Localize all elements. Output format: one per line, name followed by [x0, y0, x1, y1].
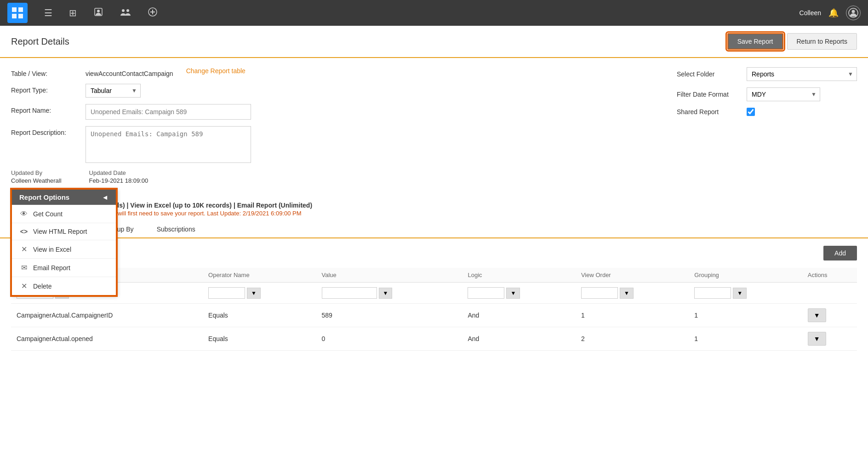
row-expand-button[interactable]: ▼ [808, 332, 826, 346]
top-nav: ☰ ⊞ Colleen 🔔 [0, 0, 868, 26]
view-html-item[interactable]: <> View HTML Report [12, 223, 116, 240]
return-to-reports-button[interactable]: Return to Reports [787, 33, 857, 50]
svg-rect-2 [12, 14, 17, 18]
grouping-filter-input[interactable] [694, 287, 731, 299]
report-options-chevron: ◄ [102, 193, 108, 201]
email-report-item[interactable]: ✉ Email Report [12, 258, 116, 277]
report-options-dropdown: Report Options ◄ 👁 Get Count <> View HTM… [11, 189, 117, 296]
cell-logic: And [462, 304, 575, 327]
report-name-input[interactable] [86, 104, 251, 120]
select-folder-label: Select Folder [677, 70, 741, 78]
operator-filter-dropdown-btn[interactable]: ▼ [247, 288, 261, 299]
value-filter-dropdown-btn[interactable]: ▼ [379, 288, 393, 299]
group-icon[interactable] [116, 5, 135, 21]
app-logo[interactable] [7, 3, 28, 23]
form-two-col: Table / View: viewAccountContactCampaign… [11, 67, 857, 189]
cell-grouping: 1 [689, 304, 802, 327]
view-order-filter-cell: ▼ [581, 287, 683, 299]
cell-grouping: 1 [689, 327, 802, 351]
view-order-filter-input[interactable] [581, 287, 618, 299]
notice-bold: View HTML Report (up to 2K records) | Vi… [11, 202, 857, 209]
user-avatar[interactable] [846, 6, 861, 20]
updated-by-col: Updated By Colleen Weatherall [11, 169, 62, 184]
select-folder-dropdown-wrap: Reports ▼ [747, 67, 857, 81]
save-report-button[interactable]: Save Report [727, 33, 783, 50]
col-header-grouping: Grouping [689, 268, 802, 283]
report-name-label: Report Name: [11, 104, 80, 114]
view-order-filter-dropdown-btn[interactable]: ▼ [620, 288, 634, 299]
shared-report-label: Shared Report [677, 108, 741, 116]
updated-date-label: Updated Date [89, 169, 148, 176]
svg-rect-3 [18, 14, 23, 18]
logic-filter-input[interactable] [468, 287, 504, 299]
filters-header: Filters Add [11, 246, 857, 260]
report-desc-label: Report Description: [11, 126, 80, 136]
view-excel-item[interactable]: ✕ View in Excel [12, 240, 116, 258]
tab-subscriptions[interactable]: Subscriptions [145, 220, 207, 237]
filters-tbody: CampaignerActual.CampaignerID Equals 589… [11, 304, 857, 351]
get-count-label: Get Count [33, 210, 63, 218]
report-name-row: Report Name: [11, 104, 649, 120]
main-content: Report Details Save Report Return to Rep… [0, 26, 868, 463]
filter-date-row: Filter Date Format MDY ▼ [677, 87, 857, 101]
report-type-select[interactable]: Tabular [86, 84, 141, 98]
cell-operator: Equals [203, 327, 316, 351]
change-report-table-link[interactable]: Change Report table [186, 67, 246, 75]
report-type-label: Report Type: [11, 84, 80, 94]
delete-icon: ✕ [19, 282, 29, 290]
notice-area: View HTML Report (up to 2K records) | Vi… [0, 202, 868, 217]
cell-column-name: CampaignerActual.opened [11, 327, 203, 351]
report-options-title: Report Options [19, 193, 69, 201]
add-filter-button[interactable]: Add [823, 246, 857, 260]
hamburger-icon[interactable]: ☰ [40, 6, 56, 20]
grouping-filter-cell: ▼ [694, 287, 796, 299]
email-report-label: Email Report [33, 264, 70, 272]
notification-icon[interactable]: 🔔 [828, 8, 839, 18]
col-header-operator: Operator Name [203, 268, 316, 283]
col-header-view-order: View Order [576, 268, 689, 283]
col-header-logic: Logic [462, 268, 575, 283]
contact-icon[interactable] [90, 5, 107, 21]
row-expand-button[interactable]: ▼ [808, 308, 826, 322]
excel-icon: ✕ [19, 245, 29, 254]
form-area: Table / View: viewAccountContactCampaign… [0, 58, 868, 202]
cell-actions: ▼ [802, 327, 857, 351]
header-actions: Save Report Return to Reports [727, 33, 857, 50]
select-folder-select[interactable]: Reports [747, 67, 857, 81]
table-header-row: Column Name Operator Name Value Logic Vi… [11, 268, 857, 283]
cell-logic: And [462, 327, 575, 351]
page-header: Report Details Save Report Return to Rep… [0, 26, 868, 58]
updated-by-value: Colleen Weatherall [11, 177, 62, 184]
table-row: CampaignerActual.CampaignerID Equals 589… [11, 304, 857, 327]
report-type-row: Report Type: Tabular ▼ [11, 84, 649, 98]
email-icon: ✉ [19, 263, 29, 272]
value-filter-input[interactable] [322, 287, 377, 299]
eye-icon: 👁 [19, 210, 29, 218]
grouping-filter-dropdown-btn[interactable]: ▼ [733, 288, 747, 299]
form-col-left: Table / View: viewAccountContactCampaign… [11, 67, 649, 189]
notice-warning: In order to see your latest changes, you… [11, 210, 857, 217]
grid-icon[interactable]: ⊞ [65, 6, 80, 20]
get-count-item[interactable]: 👁 Get Count [12, 205, 116, 223]
delete-item[interactable]: ✕ Delete [12, 277, 116, 295]
table-view-label: Table / View: [11, 67, 80, 77]
svg-point-7 [126, 9, 129, 12]
svg-rect-0 [12, 7, 17, 12]
table-row: CampaignerActual.opened Equals 0 And 2 1… [11, 327, 857, 351]
report-desc-row: Report Description: [11, 126, 649, 163]
col-header-actions: Actions [802, 268, 857, 283]
logic-filter-cell: ▼ [468, 287, 570, 299]
select-folder-row: Select Folder Reports ▼ [677, 67, 857, 81]
shared-report-row: Shared Report [677, 108, 857, 116]
value-filter-cell: ▼ [322, 287, 457, 299]
filter-date-select[interactable]: MDY [747, 87, 820, 101]
filter-date-label: Filter Date Format [677, 91, 741, 98]
report-type-dropdown-wrap: Tabular ▼ [86, 84, 141, 98]
logic-filter-dropdown-btn[interactable]: ▼ [506, 288, 520, 299]
add-circle-icon[interactable] [144, 5, 161, 21]
shared-report-checkbox[interactable] [747, 108, 755, 116]
user-area: Colleen 🔔 [799, 6, 861, 20]
updated-date-value: Feb-19-2021 18:09:00 [89, 177, 148, 184]
report-desc-input[interactable] [86, 126, 251, 163]
operator-filter-input[interactable] [208, 287, 245, 299]
